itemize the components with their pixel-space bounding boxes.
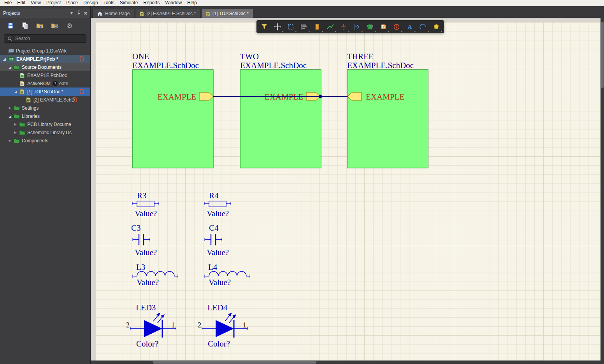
place-harness-button[interactable] <box>350 20 363 33</box>
align-button[interactable] <box>297 20 311 33</box>
filter-button[interactable] <box>258 20 271 33</box>
tab-example-schdoc[interactable]: [2] EXAMPLE.SchDoc * <box>135 9 200 18</box>
tree-item-example-schdoc[interactable]: [2] EXAMPLE.SchD <box>0 96 90 104</box>
copy-documents-button[interactable] <box>21 22 30 30</box>
expand-arrow-icon[interactable]: ◢ <box>7 114 13 118</box>
collapse-arrow-icon[interactable]: ▶ <box>12 131 18 134</box>
place-directive-button[interactable]: D <box>377 20 390 33</box>
inductor-coil[interactable] <box>205 271 250 276</box>
component-l3[interactable]: L3 Value? <box>133 262 178 287</box>
expand-arrow-icon[interactable]: ◢ <box>2 57 7 61</box>
close-panel-icon[interactable]: × <box>84 10 87 16</box>
tree-item-settings[interactable]: ▶ Settings <box>0 104 90 112</box>
resistor-body[interactable] <box>137 201 154 207</box>
menu-tools[interactable]: Tools <box>101 0 117 6</box>
menu-help[interactable]: Help <box>184 0 200 6</box>
collapse-arrow-icon[interactable]: ▶ <box>7 139 13 142</box>
sheet-symbol-one[interactable]: ONE EXAMPLE.SchDoc EXAMPLE <box>132 52 213 168</box>
sheet-designator[interactable]: TWO <box>240 52 259 61</box>
place-arc-button[interactable] <box>416 20 430 33</box>
tree-item-source-documents[interactable]: ◢ Source Documents <box>0 63 90 71</box>
place-part-button[interactable] <box>363 20 377 33</box>
vertical-scrollbar[interactable] <box>600 18 604 360</box>
value[interactable]: Value? <box>137 278 159 287</box>
sheet-symbol-body[interactable] <box>240 70 321 168</box>
collapse-arrow-icon[interactable]: ▶ <box>7 106 13 110</box>
panel-dropdown-icon[interactable]: ▼ <box>70 11 74 15</box>
menu-edit[interactable]: Edit <box>14 0 28 6</box>
search-box[interactable] <box>4 34 86 43</box>
horizontal-scrollbar[interactable] <box>91 360 600 364</box>
value[interactable]: Value? <box>135 209 157 218</box>
tree-item-schematic-library[interactable]: ▶ Schematic Library Dc <box>0 128 90 136</box>
component-c3[interactable]: C3 Value? <box>131 223 157 257</box>
tree-item-libraries[interactable]: ◢ Libraries <box>0 112 90 120</box>
designator[interactable]: R4 <box>209 191 219 200</box>
component-r3[interactable]: R3 Value? <box>132 191 159 218</box>
sheet-entry-label[interactable]: EXAMPLE <box>366 92 404 102</box>
tree-item-project[interactable]: ◢ EXAMPLE.PrjPcb * <box>0 55 90 63</box>
sheet-symbol-three[interactable]: THREE EXAMPLE.SchDoc EXAMPLE <box>347 52 428 168</box>
menu-reports[interactable]: Reports <box>140 0 162 6</box>
tree-item-pcb-library[interactable]: ▶ PCB Library Docume <box>0 120 90 128</box>
vertical-scrollbar-thumb[interactable] <box>601 22 604 88</box>
sheet-filename[interactable]: EXAMPLE.SchDoc <box>240 61 307 70</box>
designator[interactable]: L4 <box>208 262 218 272</box>
sheet-symbol-body[interactable] <box>347 70 428 168</box>
place-wire-button[interactable] <box>324 20 337 33</box>
designator[interactable]: C4 <box>209 223 219 233</box>
tree-item-pcbdoc[interactable]: EXAMPLE.PcbDoc <box>0 71 90 79</box>
sheet-designator[interactable]: ONE <box>132 52 149 61</box>
component-l4[interactable]: L4 Value? <box>205 262 250 287</box>
save-button[interactable] <box>6 22 15 30</box>
inductor-coil[interactable] <box>133 271 178 276</box>
tree-item-activebom[interactable]: ActiveBOM ? eate <box>0 79 90 88</box>
horizontal-scrollbar-thumb[interactable] <box>153 361 316 364</box>
selection-button[interactable] <box>284 20 297 33</box>
open-project-button[interactable] <box>36 22 44 30</box>
component-led4[interactable]: 2 1 LED4 Color? <box>198 303 248 348</box>
designator[interactable]: R3 <box>137 191 147 200</box>
menu-simulate[interactable]: Simulate <box>117 0 141 6</box>
menu-project[interactable]: Project <box>44 0 63 6</box>
menu-window[interactable]: Window <box>162 0 184 6</box>
value[interactable]: Color? <box>136 339 158 348</box>
place-polygon-button[interactable] <box>430 20 443 33</box>
expand-arrow-icon[interactable]: ◢ <box>7 65 13 69</box>
place-power-port-button[interactable] <box>337 20 350 33</box>
component-c4[interactable]: C4 Value? <box>205 223 229 257</box>
sheet-filename[interactable]: EXAMPLE.SchDoc <box>347 61 414 70</box>
menu-view[interactable]: View <box>28 0 44 6</box>
sheet-symbol-body[interactable] <box>132 70 213 168</box>
value[interactable]: Value? <box>135 248 157 257</box>
led-triangle[interactable] <box>216 320 234 337</box>
expand-arrow-icon[interactable]: ◢ <box>12 90 18 94</box>
place-no-erc-button[interactable] <box>390 20 403 33</box>
tree-item-top-schdoc[interactable]: ◢ [1] TOP.SchDoc * <box>0 88 90 96</box>
move-button[interactable] <box>271 20 284 33</box>
sheet-filename[interactable]: EXAMPLE.SchDoc <box>132 61 199 70</box>
tab-home-page[interactable]: Home Page <box>92 9 134 18</box>
pin-icon[interactable] <box>77 10 81 16</box>
designator[interactable]: C3 <box>131 223 141 233</box>
place-text-button[interactable]: A <box>403 20 416 33</box>
component-r4[interactable]: R4 Value? <box>204 191 231 218</box>
led-triangle[interactable] <box>144 320 162 337</box>
sheet-symbol-two[interactable]: TWO EXAMPLE.SchDoc EXAMPLE <box>240 52 321 168</box>
settings-button[interactable]: ⚙ <box>65 22 74 30</box>
tree-item-components[interactable]: ▶ Components <box>0 136 90 145</box>
designator[interactable]: LED3 <box>136 303 156 312</box>
schematic-canvas[interactable]: ONE EXAMPLE.SchDoc EXAMPLE TWO EXAMPLE.S… <box>91 18 604 364</box>
menu-file[interactable]: File <box>2 0 14 6</box>
sheet-designator[interactable]: THREE <box>347 52 374 61</box>
sheet-entry-label[interactable]: EXAMPLE <box>158 92 196 102</box>
value[interactable]: Color? <box>208 339 230 348</box>
refresh-project-button[interactable] <box>51 22 59 30</box>
tree-item-workspace[interactable]: Project Group 1.DsnWrk <box>0 47 90 55</box>
designator[interactable]: L3 <box>136 262 145 272</box>
value[interactable]: Value? <box>207 248 229 257</box>
search-input[interactable] <box>15 36 83 41</box>
collapse-arrow-icon[interactable]: ▶ <box>12 122 18 126</box>
resistor-body[interactable] <box>209 201 226 207</box>
place-sheet-symbol-button[interactable] <box>311 20 324 33</box>
